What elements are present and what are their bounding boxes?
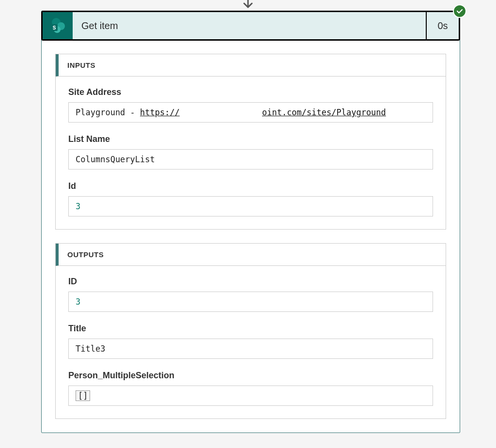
status-success-icon [453,4,466,18]
id-value[interactable]: 3 [68,196,433,216]
svg-text:S: S [53,25,56,31]
id-label: Id [68,181,433,191]
output-id-label: ID [68,277,433,287]
list-name-label: List Name [68,134,433,144]
site-address-label: Site Address [68,87,433,97]
action-header[interactable]: S Get item 0s [41,11,460,41]
inputs-section: INPUTS Site Address Playground - https:/… [55,54,446,230]
output-title-value[interactable]: Title3 [68,339,433,359]
outputs-header: OUTPUTS [56,244,446,266]
action-title: Get item [73,12,426,39]
action-card-get-item: S Get item 0s INPUTS Site Address Playgr… [41,11,460,433]
sharepoint-icon: S [43,12,73,39]
output-person-multi-value[interactable]: [] [68,386,433,406]
outputs-section: OUTPUTS ID 3 Title Title3 Person_Multipl… [55,243,446,419]
output-id-value[interactable]: 3 [68,292,433,312]
output-title-label: Title [68,324,433,334]
list-name-value[interactable]: ColumnsQueryList [68,149,433,170]
output-person-multi-label: Person_MultipleSelection [68,371,433,381]
action-duration: 0s [426,12,459,39]
flow-arrow-down-icon [241,0,255,11]
inputs-header: INPUTS [56,54,446,77]
site-address-value[interactable]: Playground - https://oint.com/sites/Play… [68,102,433,123]
